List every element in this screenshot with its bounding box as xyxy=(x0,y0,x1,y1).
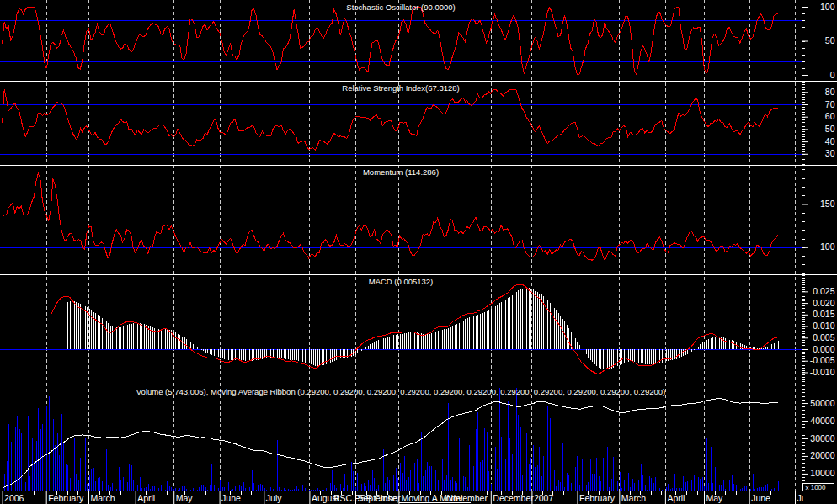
month-label: 2007 xyxy=(534,493,554,503)
month-label: June xyxy=(221,493,241,503)
chart-background xyxy=(0,0,837,504)
panel-title-rsi: Relative Strength Index(67.3128) xyxy=(342,83,459,93)
axis-label: 50000 xyxy=(810,398,834,408)
axis-label: 30 xyxy=(825,148,835,158)
axis-label: -0.010 xyxy=(810,367,835,377)
month-label: July xyxy=(266,493,282,503)
month-label: 2006 xyxy=(4,493,24,503)
month-label: February xyxy=(48,493,84,503)
axis-label: 0.010 xyxy=(813,321,834,331)
overlay-label-run: SE Close, xyxy=(360,493,400,503)
month-label: April xyxy=(667,493,685,503)
axis-label: 100 xyxy=(820,2,835,12)
axis-label: 10000 xyxy=(810,468,834,478)
chart-canvas[interactable]: 1005008070605040301501000.0250.0200.0150… xyxy=(0,0,837,504)
month-label: May xyxy=(706,493,724,503)
panel-title-macd: MACD (0.005132) xyxy=(369,277,434,286)
axis-label: 0 xyxy=(830,70,835,80)
unit-box-label: x 1000 xyxy=(806,484,827,491)
overlay-label-run: RSC.P xyxy=(333,493,360,503)
axis-label: 30000 xyxy=(810,433,834,443)
axis-label: 20000 xyxy=(810,450,834,460)
axis-label: 50 xyxy=(825,124,835,134)
axis-label: 80 xyxy=(825,87,835,97)
axis-label: 0.000 xyxy=(813,344,834,354)
panel-title-stochastic: Stochastic Oscillator (90.0000) xyxy=(346,3,455,12)
axis-label: 0.005 xyxy=(813,332,834,342)
axis-label: 40 xyxy=(825,136,835,146)
technical-analysis-chart: 1005008070605040301501000.0250.0200.0150… xyxy=(0,0,837,504)
axis-label: 50 xyxy=(825,35,835,45)
panel-title-momentum: Momentum (114.286) xyxy=(363,167,439,177)
month-label: June xyxy=(751,493,770,503)
overlay-label-run: Moving A M xyxy=(402,493,447,503)
axis-label: 0.025 xyxy=(813,286,834,296)
month-label: April xyxy=(137,493,155,503)
month-label: March xyxy=(621,493,646,503)
axis-label: 70 xyxy=(825,99,835,109)
axis-label: 150 xyxy=(820,199,835,209)
axis-label: 60 xyxy=(825,111,835,121)
axis-label: -0.005 xyxy=(810,355,835,365)
axis-label: 100 xyxy=(820,241,835,252)
overlay-label-run: odel xyxy=(446,493,463,503)
month-label: March xyxy=(91,493,115,503)
month-label: December xyxy=(493,493,534,503)
axis-label: 0.015 xyxy=(813,309,834,319)
axis-label: 0.020 xyxy=(813,298,834,308)
axis-label: 40000 xyxy=(810,416,834,426)
panel-title-volume: Volume (5,743,006), Moving Average Ribbo… xyxy=(136,387,665,396)
month-label: February xyxy=(579,493,616,503)
month-label: May xyxy=(176,493,194,503)
